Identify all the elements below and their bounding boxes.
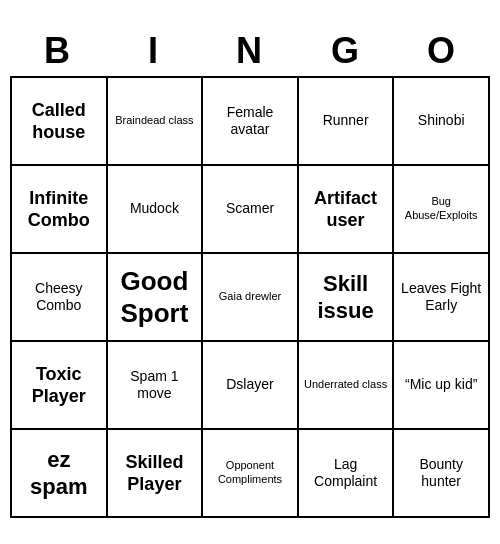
bingo-cell: Called house: [12, 78, 108, 166]
cell-label: Toxic Player: [16, 363, 102, 408]
cell-label: Skilled Player: [112, 451, 198, 496]
bingo-cell: Skilled Player: [108, 430, 204, 518]
cell-label: “Mic up kid”: [405, 376, 477, 394]
cell-label: Called house: [16, 99, 102, 144]
bingo-cell: Cheesy Combo: [12, 254, 108, 342]
bingo-cell: Braindead class: [108, 78, 204, 166]
cell-label: ez spam: [16, 446, 102, 501]
bingo-cell: Scamer: [203, 166, 299, 254]
bingo-card: BINGO Called houseBraindead classFemale …: [10, 26, 490, 518]
bingo-cell: Skill issue: [299, 254, 395, 342]
bingo-cell: Underrated class: [299, 342, 395, 430]
bingo-cell: Spam 1 move: [108, 342, 204, 430]
bingo-cell: Female avatar: [203, 78, 299, 166]
bingo-cell: Runner: [299, 78, 395, 166]
cell-label: Lag Complaint: [303, 456, 389, 491]
bingo-header: BINGO: [10, 26, 490, 76]
cell-label: Skill issue: [303, 270, 389, 325]
bingo-cell: Toxic Player: [12, 342, 108, 430]
bingo-cell: Leaves Fight Early: [394, 254, 490, 342]
bingo-cell: Bug Abuse/Exploits: [394, 166, 490, 254]
header-letter: N: [202, 26, 298, 76]
cell-label: Female avatar: [207, 104, 293, 139]
bingo-cell: Dslayer: [203, 342, 299, 430]
header-letter: O: [394, 26, 490, 76]
bingo-cell: “Mic up kid”: [394, 342, 490, 430]
cell-label: Leaves Fight Early: [398, 280, 484, 315]
header-letter: G: [298, 26, 394, 76]
bingo-cell: Infinite Combo: [12, 166, 108, 254]
bingo-cell: Gaia drewler: [203, 254, 299, 342]
bingo-cell: Opponent Compliments: [203, 430, 299, 518]
bingo-cell: Lag Complaint: [299, 430, 395, 518]
cell-label: Mudock: [130, 200, 179, 218]
cell-label: Infinite Combo: [16, 187, 102, 232]
cell-label: Dslayer: [226, 376, 273, 394]
bingo-cell: ez spam: [12, 430, 108, 518]
cell-label: Scamer: [226, 200, 274, 218]
cell-label: Spam 1 move: [112, 368, 198, 403]
bingo-cell: Mudock: [108, 166, 204, 254]
cell-label: Braindead class: [115, 114, 193, 128]
bingo-cell: Bounty hunter: [394, 430, 490, 518]
header-letter: B: [10, 26, 106, 76]
cell-label: Cheesy Combo: [16, 280, 102, 315]
cell-label: Underrated class: [304, 378, 387, 392]
bingo-cell: Artifact user: [299, 166, 395, 254]
bingo-cell: Good Sport: [108, 254, 204, 342]
cell-label: Artifact user: [303, 187, 389, 232]
cell-label: Bounty hunter: [398, 456, 484, 491]
cell-label: Good Sport: [112, 265, 198, 330]
cell-label: Runner: [323, 112, 369, 130]
bingo-grid: Called houseBraindead classFemale avatar…: [10, 76, 490, 518]
bingo-cell: Shinobi: [394, 78, 490, 166]
cell-label: Bug Abuse/Exploits: [398, 195, 484, 223]
cell-label: Shinobi: [418, 112, 465, 130]
header-letter: I: [106, 26, 202, 76]
cell-label: Gaia drewler: [219, 290, 281, 304]
cell-label: Opponent Compliments: [207, 459, 293, 487]
